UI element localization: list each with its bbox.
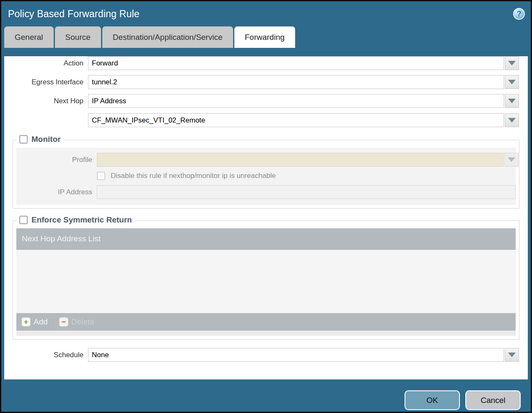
monitor-legend-label: Monitor	[31, 135, 61, 144]
profile-combo	[97, 153, 519, 167]
next-hop-address-list-table: Next Hop Address List + Add − Delete	[16, 228, 516, 336]
action-combo: Forward	[88, 56, 519, 70]
symmetric-return-checkbox[interactable]	[19, 216, 28, 224]
tab-forwarding[interactable]: Forwarding	[234, 26, 295, 48]
action-label: Action	[4, 59, 88, 68]
add-icon: +	[21, 317, 31, 327]
chevron-down-icon	[508, 80, 516, 84]
profile-dropdown-button	[504, 153, 519, 167]
ok-button[interactable]: OK	[405, 390, 460, 410]
monitor-fieldset: Monitor Profile Disable this rule if nex…	[13, 140, 519, 209]
disable-rule-checkbox	[97, 172, 105, 180]
profile-label: Profile	[16, 156, 97, 164]
table-column-header[interactable]: Next Hop Address List	[16, 228, 516, 250]
chevron-down-icon	[508, 118, 516, 123]
table-scrollbar-track[interactable]	[16, 331, 516, 336]
schedule-dropdown-button[interactable]	[505, 348, 519, 362]
monitor-checkbox[interactable]	[19, 135, 28, 144]
next-hop-combo: IP Address	[88, 94, 519, 108]
dialog-titlebar: Policy Based Forwarding Rule ?	[1, 1, 531, 26]
tab-destination-application-service[interactable]: Destination/Application/Service	[102, 26, 233, 48]
add-button[interactable]: + Add	[21, 317, 48, 327]
action-input[interactable]: Forward	[88, 56, 504, 70]
tab-bar: General Source Destination/Application/S…	[1, 26, 531, 48]
delete-button: − Delete	[59, 317, 94, 327]
schedule-row: Schedule None	[4, 348, 528, 362]
action-row: Action Forward	[4, 56, 528, 70]
next-hop-dropdown-button[interactable]	[505, 94, 519, 108]
symmetric-return-legend-label: Enforce Symmetric Return	[31, 215, 132, 225]
forwarding-tab-panel: Action Forward Egress Interface tunnel.2…	[4, 56, 528, 379]
dialog-title: Policy Based Forwarding Rule	[8, 8, 140, 20]
chevron-down-icon	[508, 61, 516, 65]
table-toolbar: + Add − Delete	[16, 313, 516, 331]
egress-interface-combo: tunnel.2	[88, 75, 519, 89]
monitor-ip-row: IP Address	[16, 185, 516, 199]
monitor-ip-input	[97, 185, 516, 199]
chevron-down-icon	[508, 99, 516, 103]
next-hop-label: Next Hop	[4, 97, 88, 105]
disable-rule-row: Disable this rule if nexthop/monitor ip …	[97, 172, 516, 180]
profile-row: Profile	[16, 153, 516, 167]
schedule-input[interactable]: None	[88, 348, 504, 362]
policy-based-forwarding-dialog: Policy Based Forwarding Rule ? General S…	[0, 0, 532, 413]
monitor-panel: Profile Disable this rule if nexthop/mon…	[16, 148, 516, 205]
schedule-label: Schedule	[4, 351, 88, 359]
profile-input	[97, 153, 503, 167]
chevron-down-icon	[508, 353, 516, 357]
dialog-footer: OK Cancel	[1, 379, 531, 413]
cancel-button[interactable]: Cancel	[465, 390, 521, 410]
next-hop-row: Next Hop IP Address	[4, 94, 528, 108]
next-hop-address-input[interactable]: CF_MWAN_IPsec_VTI_02_Remote	[88, 113, 504, 127]
next-hop-address-dropdown-button[interactable]	[505, 113, 519, 127]
chevron-down-icon	[508, 157, 515, 162]
monitor-ip-label: IP Address	[16, 188, 97, 196]
monitor-legend: Monitor	[16, 135, 64, 144]
next-hop-address-combo: CF_MWAN_IPsec_VTI_02_Remote	[88, 113, 519, 127]
egress-interface-row: Egress Interface tunnel.2	[4, 75, 528, 89]
symmetric-return-fieldset: Enforce Symmetric Return Next Hop Addres…	[13, 220, 519, 340]
egress-interface-input[interactable]: tunnel.2	[88, 75, 504, 89]
next-hop-type-input[interactable]: IP Address	[88, 94, 504, 108]
action-dropdown-button[interactable]	[505, 56, 519, 70]
egress-interface-dropdown-button[interactable]	[505, 75, 519, 89]
table-body[interactable]	[16, 250, 516, 313]
tab-general[interactable]: General	[4, 26, 54, 48]
delete-button-label: Delete	[71, 317, 94, 327]
schedule-combo: None	[88, 348, 519, 362]
add-button-label: Add	[34, 317, 48, 327]
symmetric-return-legend: Enforce Symmetric Return	[16, 215, 135, 225]
next-hop-address-row: CF_MWAN_IPsec_VTI_02_Remote	[4, 113, 528, 127]
tab-source[interactable]: Source	[55, 26, 101, 48]
delete-icon: −	[59, 317, 68, 327]
egress-interface-label: Egress Interface	[4, 78, 88, 86]
disable-rule-label: Disable this rule if nexthop/monitor ip …	[111, 172, 276, 180]
help-icon[interactable]: ?	[513, 8, 525, 20]
